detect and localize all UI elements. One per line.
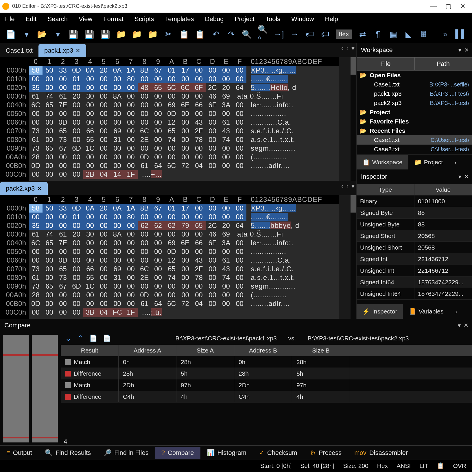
bottom-tab-disassembler[interactable]: movDisassembler <box>348 447 414 459</box>
new-dropdown-icon[interactable]: ▾ <box>22 29 31 39</box>
tab-pack2[interactable]: pack2.xp3✕ <box>0 182 48 195</box>
tab-prev-icon[interactable]: ‹ <box>341 45 343 52</box>
minimize-button[interactable]: — <box>430 3 437 10</box>
highlight-icon[interactable]: ◣ <box>404 29 414 39</box>
workspace-group[interactable]: 📂Open Files <box>357 71 472 80</box>
menu-help[interactable]: Help <box>325 15 338 23</box>
bottom-tab-compare[interactable]: ?Compare <box>155 447 200 459</box>
folder-icon[interactable]: 📁 <box>116 29 126 39</box>
minimap[interactable] <box>339 195 351 319</box>
status-lit[interactable]: LIT <box>419 462 428 469</box>
tab-next-icon[interactable]: › <box>346 45 349 52</box>
inspector-tab[interactable]: ⚡Inspector <box>357 304 403 319</box>
goto-icon[interactable]: →] <box>274 29 284 39</box>
panel-dropdown-icon[interactable]: ▾ <box>458 173 461 180</box>
hex-editor-1[interactable]: 0000h0010h0020h0030h0040h0050h0060h0070h… <box>0 57 356 181</box>
hex-toggle[interactable]: Hex <box>336 29 352 39</box>
pilcrow-icon[interactable]: ¶ <box>373 29 383 39</box>
columns-icon[interactable]: ▦ <box>388 29 398 39</box>
menu-project[interactable]: Project <box>235 15 254 23</box>
tab-dropdown-icon[interactable]: ▾ <box>351 182 355 190</box>
inspector-row[interactable]: Unsigned Byte88 <box>357 219 472 230</box>
search-icon[interactable]: 🔍 <box>242 29 252 39</box>
tag-icon[interactable]: 🏷 <box>305 29 315 39</box>
close-icon[interactable]: ✕ <box>37 185 42 192</box>
panel-dropdown-icon[interactable]: ▾ <box>458 47 461 53</box>
compare-row[interactable]: Difference28h5h28h5h <box>61 368 472 379</box>
workspace-file[interactable]: Case1.txtB:\XP3-...sefile\ <box>357 80 472 89</box>
hex-editor-2[interactable]: 0000h0010h0020h0030h0040h0050h0060h0070h… <box>0 195 356 319</box>
maximize-button[interactable]: ▢ <box>445 3 451 10</box>
scrollbar[interactable] <box>351 195 356 319</box>
bottom-tab-find-results[interactable]: 🔍Find Results <box>38 447 97 459</box>
project-tab[interactable]: 📁Project <box>408 155 449 169</box>
paste-icon[interactable]: 📋 <box>195 29 205 39</box>
redo-icon[interactable]: ↷ <box>226 29 236 39</box>
menu-search[interactable]: Search <box>47 15 68 23</box>
workspace-group[interactable]: 📂Project <box>357 108 472 117</box>
compare-thumb-b[interactable] <box>32 335 58 442</box>
inspector-row[interactable]: Unsigned Int64187634742229... <box>357 288 472 300</box>
panel-close-icon[interactable]: ✕ <box>464 173 469 180</box>
inspector-row[interactable]: Signed Short20568 <box>357 230 472 242</box>
workspace-file[interactable]: Case1.txtC:\User...t-test\ <box>357 135 472 145</box>
bottom-tab-find-in-files[interactable]: 🔎Find in Files <box>97 447 155 459</box>
run-icon[interactable]: → <box>290 29 299 39</box>
scrollbar[interactable] <box>351 57 356 181</box>
pause-icon[interactable]: ▌▌ <box>456 29 466 39</box>
inspector-row[interactable]: Unsigned Int221466712 <box>357 265 472 276</box>
save-copy-icon[interactable]: 💾 <box>100 29 110 39</box>
more-icon[interactable]: » <box>440 29 450 39</box>
inspector-row[interactable]: Signed Int221466712 <box>357 253 472 265</box>
bottom-tab-checksum[interactable]: ✓Checksum <box>253 447 304 459</box>
tab-pack1[interactable]: pack1.xp3✕ <box>38 44 86 57</box>
workspace-file[interactable]: pack2.xp3B:\XP3-...t-test\ <box>357 98 472 108</box>
minimap[interactable] <box>339 57 351 181</box>
cut-icon[interactable]: ✂ <box>164 29 173 39</box>
tab-next-icon[interactable]: › <box>346 182 349 190</box>
close-button[interactable]: ✕ <box>460 3 465 10</box>
clipboard-icon[interactable]: 📋 <box>437 462 444 469</box>
folder2-icon[interactable]: 📁 <box>132 29 142 39</box>
menu-templates[interactable]: Templates <box>165 15 194 23</box>
menu-window[interactable]: Window <box>291 15 314 23</box>
inspector-row[interactable]: Unsigned Short20568 <box>357 242 472 253</box>
panel-next-icon[interactable]: › <box>449 155 462 169</box>
menu-view[interactable]: View <box>79 15 92 23</box>
compare-row[interactable]: Match2Dh97h2Dh97h <box>61 379 472 391</box>
status-ansi[interactable]: ANSI <box>397 462 411 469</box>
workspace-tab[interactable]: 📋Workspace <box>357 155 408 169</box>
copy-left-icon[interactable]: 📄 <box>89 335 97 342</box>
menu-tools[interactable]: Tools <box>266 15 280 23</box>
workspace-group[interactable]: 📂Recent Files <box>357 126 472 135</box>
workspace-group[interactable]: 📂Favorite Files <box>357 117 472 126</box>
open-dropdown-icon[interactable]: ▾ <box>53 29 62 39</box>
workspace-file[interactable]: pack1.xp3B:\XP3-...t-test\ <box>357 89 472 98</box>
panel-close-icon[interactable]: ✕ <box>464 322 469 329</box>
undo-icon[interactable]: ↶ <box>211 29 220 39</box>
save-all-icon[interactable]: 💾 <box>84 29 94 39</box>
menu-debug[interactable]: Debug <box>205 15 224 23</box>
panel-close-icon[interactable]: ✕ <box>464 47 469 53</box>
inspector-row[interactable]: Signed Int64187634742229... <box>357 276 472 288</box>
new-file-icon[interactable]: 📄 <box>6 29 16 39</box>
inspector-row[interactable]: Binary01011000 <box>357 195 472 207</box>
save-icon[interactable]: 💾 <box>68 29 78 39</box>
variables-tab[interactable]: 📙Variables <box>403 304 449 319</box>
status-hex[interactable]: Hex <box>377 462 388 469</box>
menu-scripts[interactable]: Scripts <box>134 15 154 23</box>
copy-right-icon[interactable]: 📄 <box>103 335 111 342</box>
menu-format[interactable]: Format <box>103 15 123 23</box>
tag2-icon[interactable]: 🏷 <box>320 29 330 39</box>
bottom-tab-output[interactable]: ≡Output <box>0 447 38 459</box>
tab-prev-icon[interactable]: ‹ <box>341 182 343 190</box>
next-diff-icon[interactable]: ⌃ <box>77 334 84 343</box>
close-icon[interactable]: ✕ <box>75 47 80 54</box>
workspace-col-path[interactable]: Path <box>414 57 472 71</box>
status-ovr[interactable]: OVR <box>453 462 466 469</box>
calc-icon[interactable]: 🖩 <box>419 29 429 39</box>
panel-dropdown-icon[interactable]: ▾ <box>458 322 461 329</box>
copy-icon[interactable]: 📋 <box>179 29 189 39</box>
prev-diff-icon[interactable]: ⌄ <box>65 334 71 343</box>
tab-dropdown-icon[interactable]: ▾ <box>351 45 355 52</box>
